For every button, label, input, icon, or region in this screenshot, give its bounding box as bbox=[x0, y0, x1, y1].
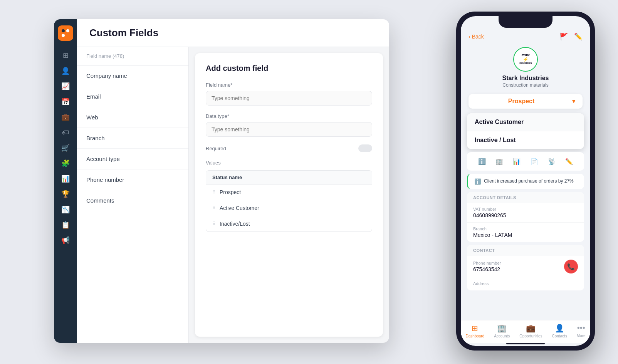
vat-field: VAT number 04608990265 bbox=[467, 203, 584, 223]
address-field: Address bbox=[467, 277, 584, 290]
data-type-input[interactable] bbox=[206, 122, 372, 137]
sidebar-item-calendar[interactable]: 📅 bbox=[59, 95, 72, 109]
sidebar-item-megaphone[interactable]: 📢 bbox=[59, 233, 72, 247]
tab-info-icon[interactable]: ℹ️ bbox=[476, 155, 488, 168]
data-type-group: Data type* bbox=[206, 113, 372, 137]
phone-field-row: Phone number 675463542 📞 bbox=[467, 256, 584, 277]
info-icon: ℹ️ bbox=[474, 178, 481, 185]
required-label: Required bbox=[206, 146, 226, 151]
status-menu: Active Customer Inactive / Lost bbox=[467, 113, 584, 149]
company-section: STARK ⚡ INDUSTRIES Stark Industries Cons… bbox=[461, 44, 590, 94]
required-toggle[interactable] bbox=[358, 144, 372, 152]
sidebar-item-trophy[interactable]: 🏆 bbox=[59, 187, 72, 201]
value-row-active-customer[interactable]: ⠿ Active Customer bbox=[206, 200, 372, 216]
sidebar-item-tag[interactable]: 🏷 bbox=[59, 126, 72, 139]
phone-content: ‹ Back 🚩 ✏️ STARK ⚡ bbox=[461, 16, 590, 346]
vat-label: VAT number bbox=[473, 207, 578, 211]
edit-icon[interactable]: ✏️ bbox=[574, 32, 583, 41]
tab-chart-icon[interactable]: 📊 bbox=[511, 155, 523, 168]
account-details: ACCOUNT DETAILS VAT number 04608990265 B… bbox=[467, 192, 584, 242]
status-dropdown[interactable]: Prospect ▼ bbox=[469, 94, 583, 109]
field-item-company-name[interactable]: Company name bbox=[77, 65, 188, 86]
panels-container: Field name (478) Company name Email Web … bbox=[77, 47, 389, 343]
field-item-web[interactable]: Web bbox=[77, 107, 188, 128]
field-item-account-type[interactable]: Account type bbox=[77, 149, 188, 169]
tab-building-icon[interactable]: 🏢 bbox=[493, 155, 505, 168]
sidebar-item-grid[interactable]: ⊞ bbox=[59, 49, 72, 62]
sidebar-item-chart[interactable]: 📊 bbox=[59, 172, 72, 186]
values-label: Values bbox=[206, 160, 372, 166]
tab-edit-icon[interactable]: ✏️ bbox=[563, 155, 575, 168]
back-button[interactable]: ‹ Back bbox=[469, 34, 484, 40]
branch-field: Branch Mexico - LATAM bbox=[467, 223, 584, 242]
value-label-prospect: Prospect bbox=[220, 189, 241, 195]
desktop-app: ⊞ 👤 📈 📅 💼 🏷 🛒 🧩 📊 🏆 📉 📋 📢 Custom Fields … bbox=[54, 19, 389, 343]
nav-item-accounts[interactable]: 🏢 Accounts bbox=[494, 324, 510, 338]
tab-wifi-icon[interactable]: 📡 bbox=[546, 155, 558, 168]
opportunities-label: Opportunities bbox=[519, 334, 542, 338]
sidebar-item-briefcase[interactable]: 💼 bbox=[59, 110, 72, 124]
nav-item-contacts[interactable]: 👤 Contacts bbox=[552, 324, 567, 338]
main-content: Custom Fields Field name (478) Company n… bbox=[77, 19, 389, 343]
page-header: Custom Fields bbox=[77, 19, 389, 47]
sidebar-item-user[interactable]: 👤 bbox=[59, 64, 72, 78]
value-label-active-customer: Active Customer bbox=[220, 205, 259, 211]
value-row-inactive-lost[interactable]: ⠿ Inactive/Lost bbox=[206, 216, 372, 231]
status-option-active-customer[interactable]: Active Customer bbox=[467, 113, 584, 131]
field-name-label: Field name* bbox=[206, 82, 372, 88]
value-row-prospect[interactable]: ⠿ Prospect bbox=[206, 185, 372, 200]
sidebar-item-puzzle[interactable]: 🧩 bbox=[59, 156, 72, 170]
drag-handle-active-customer[interactable]: ⠿ bbox=[212, 205, 216, 211]
call-button[interactable]: 📞 bbox=[564, 260, 578, 273]
field-item-email[interactable]: Email bbox=[77, 86, 188, 107]
chevron-left-icon: ‹ bbox=[469, 34, 470, 40]
data-type-label: Data type* bbox=[206, 113, 372, 119]
phone-screen: ‹ Back 🚩 ✏️ STARK ⚡ bbox=[461, 16, 590, 346]
phone-notch bbox=[499, 16, 553, 28]
value-label-inactive-lost: Inactive/Lost bbox=[220, 221, 250, 227]
sidebar-item-bar-chart[interactable]: 📉 bbox=[59, 203, 72, 216]
dropdown-arrow-icon: ▼ bbox=[571, 98, 576, 104]
drag-handle-inactive-lost[interactable]: ⠿ bbox=[212, 221, 216, 226]
dashboard-icon: ⊞ bbox=[472, 324, 478, 333]
page-title: Custom Fields bbox=[89, 27, 377, 39]
info-box: ℹ️ Client increased purchase of orders b… bbox=[467, 174, 584, 189]
sidebar-item-stats[interactable]: 📋 bbox=[59, 218, 72, 232]
drag-handle-prospect[interactable]: ⠿ bbox=[212, 190, 216, 195]
stark-logo-text: STARK ⚡ INDUSTRIES bbox=[519, 54, 531, 64]
contacts-label: Contacts bbox=[552, 334, 567, 338]
nav-item-dashboard[interactable]: ⊞ Dashboard bbox=[465, 324, 484, 338]
sidebar-item-activity[interactable]: 📈 bbox=[59, 79, 72, 93]
company-logo: STARK ⚡ INDUSTRIES bbox=[513, 47, 538, 72]
values-table: Status name ⠿ Prospect ⠿ Active Customer… bbox=[206, 170, 372, 232]
contacts-icon: 👤 bbox=[555, 324, 564, 333]
values-table-header: Status name bbox=[206, 171, 372, 185]
opportunities-icon: 💼 bbox=[526, 324, 536, 333]
phone-field-info: Phone number 675463542 bbox=[473, 261, 501, 272]
company-subtitle: Construction materials bbox=[502, 82, 548, 88]
field-list-header: Field name (478) bbox=[77, 47, 188, 65]
status-option-inactive-lost[interactable]: Inactive / Lost bbox=[467, 131, 584, 149]
sidebar-item-cart[interactable]: 🛒 bbox=[59, 141, 72, 155]
field-item-comments[interactable]: Comments bbox=[77, 190, 188, 211]
address-label: Address bbox=[473, 281, 578, 286]
phone-header: ‹ Back 🚩 ✏️ bbox=[461, 28, 590, 44]
home-indicator bbox=[506, 343, 545, 344]
tab-file-icon[interactable]: 📄 bbox=[528, 155, 541, 168]
phone-frame: ‹ Back 🚩 ✏️ STARK ⚡ bbox=[456, 12, 595, 351]
field-name-label: Field name bbox=[86, 53, 111, 59]
account-section-header: ACCOUNT DETAILS bbox=[467, 192, 584, 203]
contact-section-header: CONTACT bbox=[467, 245, 584, 256]
phone-label: Phone number bbox=[473, 261, 501, 265]
field-count: (478) bbox=[113, 53, 124, 59]
field-item-branch[interactable]: Branch bbox=[77, 128, 188, 149]
nav-item-opportunities[interactable]: 💼 Opportunities bbox=[519, 324, 542, 338]
flag-icon[interactable]: 🚩 bbox=[559, 32, 568, 41]
nav-item-more[interactable]: ••• More bbox=[577, 324, 586, 338]
field-name-input[interactable] bbox=[206, 91, 372, 106]
app-logo[interactable] bbox=[58, 25, 73, 41]
phone-container: ‹ Back 🚩 ✏️ STARK ⚡ bbox=[456, 12, 595, 351]
field-item-phone-number[interactable]: Phone number bbox=[77, 169, 188, 190]
branch-value: Mexico - LATAM bbox=[473, 232, 578, 238]
phone-bottom-nav: ⊞ Dashboard 🏢 Accounts 💼 Opportunities 👤… bbox=[461, 320, 590, 343]
